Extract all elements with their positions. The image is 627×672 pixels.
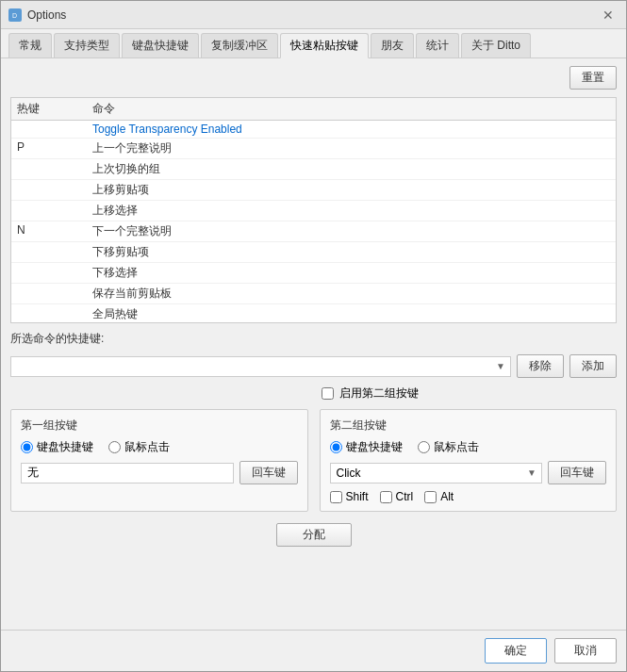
row-1-key: P <box>17 140 92 156</box>
bottom-bar: 确定 取消 <box>1 630 626 671</box>
table-row[interactable]: N 下一个完整说明 <box>11 221 616 242</box>
tab-friends[interactable]: 朋友 <box>371 33 414 57</box>
group1-title: 第一组按键 <box>21 418 298 434</box>
second-group-label[interactable]: 启用第二组按键 <box>339 385 419 402</box>
header-hotkey: 热键 <box>17 101 92 117</box>
window-title: Options <box>27 8 66 22</box>
group2-keyboard-radio[interactable] <box>330 441 342 453</box>
row-0-key <box>17 123 92 136</box>
second-group-checkbox[interactable] <box>322 387 334 400</box>
row-5-cmd: 下一个完整说明 <box>92 223 610 239</box>
row-9-cmd: 全局热键 <box>92 306 610 322</box>
title-bar-left: D Options <box>8 8 66 22</box>
row-6-key <box>17 244 92 260</box>
header-command: 命令 <box>92 101 115 117</box>
tab-stats[interactable]: 统计 <box>416 33 459 57</box>
options-window: D Options ✕ 常规 支持类型 键盘快捷键 复制缓冲区 快速粘贴按键 朋… <box>0 0 627 672</box>
tab-about[interactable]: 关于 Ditto <box>461 33 531 57</box>
group2-dropdown[interactable]: Click Double Click Right Click Middle Cl… <box>330 463 543 484</box>
table-row[interactable]: P 上一个完整说明 <box>11 139 616 159</box>
group1-mouse-label[interactable]: 鼠标点击 <box>108 439 170 455</box>
table-row[interactable]: Toggle Transparency Enabled <box>11 121 616 139</box>
svg-text:D: D <box>12 12 17 19</box>
tab-copy-buffer[interactable]: 复制缓冲区 <box>201 33 278 57</box>
row-0-cmd: Toggle Transparency Enabled <box>92 123 610 136</box>
assign-button[interactable]: 分配 <box>276 523 352 547</box>
shortcut-select[interactable] <box>10 356 511 377</box>
tabs-bar: 常规 支持类型 键盘快捷键 复制缓冲区 快速粘贴按键 朋友 统计 关于 Ditt… <box>1 29 626 58</box>
table-row[interactable]: 上移剪贴项 <box>11 180 616 201</box>
title-bar: D Options ✕ <box>1 1 626 29</box>
shortcut-label-row: 所选命令的快捷键: <box>10 331 617 347</box>
add-button[interactable]: 添加 <box>569 354 617 378</box>
group1-keyboard-radio[interactable] <box>21 441 33 453</box>
reset-row: 重置 <box>10 66 617 90</box>
group1-box: 第一组按键 键盘快捷键 鼠标点击 回车键 <box>10 409 308 512</box>
row-2-cmd: 上次切换的组 <box>92 161 610 177</box>
table-row[interactable]: 上次切换的组 <box>11 159 616 180</box>
row-7-cmd: 下移选择 <box>92 265 610 281</box>
group2-keyboard-label[interactable]: 键盘快捷键 <box>330 439 403 455</box>
alt-label[interactable]: Alt <box>424 490 454 503</box>
tab-support-type[interactable]: 支持类型 <box>54 33 120 57</box>
close-button[interactable]: ✕ <box>598 5 619 25</box>
group2-keyboard-text: 键盘快捷键 <box>346 439 403 455</box>
shift-checkbox[interactable] <box>330 491 342 503</box>
group2-mouse-text: 鼠标点击 <box>434 439 479 455</box>
shift-label[interactable]: Shift <box>330 490 369 503</box>
alt-checkbox[interactable] <box>424 491 437 503</box>
table-row[interactable]: 下移选择 <box>11 263 616 284</box>
group2-mouse-radio[interactable] <box>418 441 430 453</box>
second-group-check-row: 启用第二组按键 <box>10 385 617 402</box>
group2-input-row: Click Double Click Right Click Middle Cl… <box>330 461 607 484</box>
ditto-icon: D <box>8 8 22 22</box>
row-7-key <box>17 265 92 281</box>
row-3-key <box>17 182 92 198</box>
group2-title: 第二组按键 <box>330 418 607 434</box>
row-1-cmd: 上一个完整说明 <box>92 140 610 156</box>
row-2-key <box>17 161 92 177</box>
reset-button[interactable]: 重置 <box>569 66 617 90</box>
group2-checkbox-row: Shift Ctrl Alt <box>330 490 607 503</box>
group2-enter-key-button[interactable]: 回车键 <box>548 461 606 484</box>
assign-row: 分配 <box>10 523 617 547</box>
remove-add-row: ▼ 移除 添加 <box>10 354 617 378</box>
ctrl-checkbox[interactable] <box>380 491 392 503</box>
tab-keyboard-shortcuts[interactable]: 键盘快捷键 <box>122 33 199 57</box>
main-content: 重置 热键 命令 Toggle Transparency Enabled P 上… <box>1 58 626 630</box>
table-row[interactable]: 下移剪贴项 <box>11 242 616 263</box>
group1-radio-row: 键盘快捷键 鼠标点击 <box>21 439 298 455</box>
group2-radio-row: 键盘快捷键 鼠标点击 <box>330 439 607 455</box>
confirm-button[interactable]: 确定 <box>485 638 547 664</box>
table-row[interactable]: 保存当前剪贴板 <box>11 284 616 304</box>
row-6-cmd: 下移剪贴项 <box>92 244 610 260</box>
row-4-cmd: 上移选择 <box>92 203 610 219</box>
group1-mouse-radio[interactable] <box>108 441 121 453</box>
table-header: 热键 命令 <box>11 98 616 121</box>
table-row[interactable]: 上移选择 <box>11 201 616 221</box>
group2-box: 第二组按键 键盘快捷键 鼠标点击 <box>320 409 618 512</box>
row-4-key <box>17 203 92 219</box>
group1-input-row: 回车键 <box>21 461 298 484</box>
group2-mouse-label[interactable]: 鼠标点击 <box>418 439 479 455</box>
table-row[interactable]: 全局热键 <box>11 304 616 322</box>
table-body[interactable]: Toggle Transparency Enabled P 上一个完整说明 上次… <box>11 121 616 322</box>
group2-select[interactable]: Click Double Click Right Click Middle Cl… <box>330 463 543 484</box>
ctrl-label[interactable]: Ctrl <box>380 490 414 503</box>
row-8-cmd: 保存当前剪贴板 <box>92 286 610 302</box>
tab-general[interactable]: 常规 <box>8 33 52 57</box>
tab-quick-paste[interactable]: 快速粘贴按键 <box>280 33 369 58</box>
groups-row: 第一组按键 键盘快捷键 鼠标点击 回车键 <box>10 409 617 512</box>
group1-key-input[interactable] <box>21 463 234 484</box>
group1-keyboard-label[interactable]: 键盘快捷键 <box>21 439 93 455</box>
group1-keyboard-text: 键盘快捷键 <box>37 439 93 455</box>
row-8-key <box>17 286 92 302</box>
row-5-key: N <box>17 223 92 239</box>
group1-mouse-text: 鼠标点击 <box>124 439 170 455</box>
row-3-cmd: 上移剪贴项 <box>92 182 610 198</box>
shortcut-dropdown[interactable]: ▼ <box>10 356 511 377</box>
cancel-button[interactable]: 取消 <box>554 638 617 664</box>
shortcut-label: 所选命令的快捷键: <box>10 332 104 345</box>
group1-enter-key-button[interactable]: 回车键 <box>239 461 298 484</box>
remove-button[interactable]: 移除 <box>517 354 564 378</box>
